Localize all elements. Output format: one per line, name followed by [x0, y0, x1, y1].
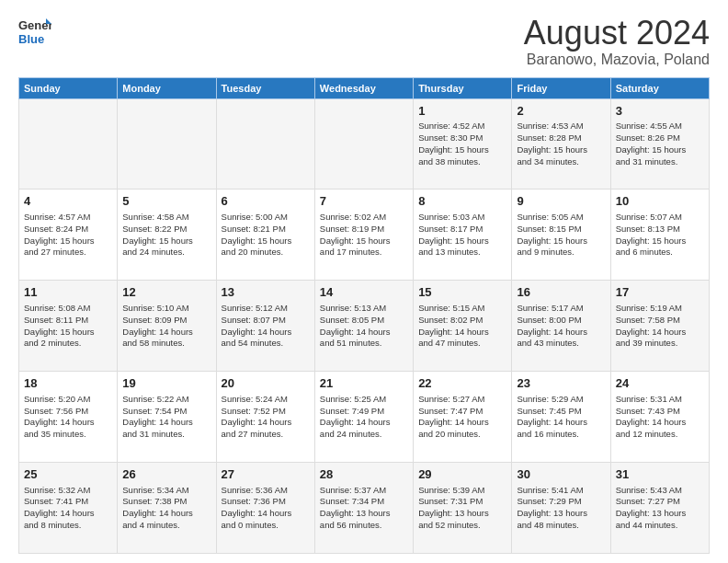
- cell-text: Daylight: 15 hours: [616, 236, 704, 247]
- col-friday: Friday: [512, 77, 610, 98]
- cell-text: Daylight: 13 hours: [616, 508, 704, 520]
- cell-text: Sunrise: 5:03 AM: [418, 212, 506, 224]
- cell-w3d4: 22Sunrise: 5:27 AMSunset: 7:47 PMDayligh…: [414, 372, 512, 463]
- page: General Blue August 2024 Baranowo, Mazov…: [0, 0, 728, 563]
- cell-text: Sunrise: 4:52 AM: [418, 121, 506, 132]
- cell-w1d3: 7Sunrise: 5:02 AMSunset: 8:19 PMDaylight…: [314, 190, 413, 281]
- day-number: 29: [418, 466, 506, 483]
- cell-text: Sunrise: 5:10 AM: [122, 303, 210, 315]
- cell-text: Sunrise: 5:22 AM: [122, 394, 210, 406]
- day-number: 22: [418, 375, 506, 392]
- cell-w1d2: 6Sunrise: 5:00 AMSunset: 8:21 PMDaylight…: [216, 190, 314, 281]
- calendar-body: 1Sunrise: 4:52 AMSunset: 8:30 PMDaylight…: [19, 98, 710, 553]
- cell-text: Daylight: 14 hours: [24, 417, 112, 429]
- day-number: 20: [222, 375, 310, 392]
- cell-w2d5: 16Sunrise: 5:17 AMSunset: 8:00 PMDayligh…: [512, 281, 610, 372]
- cell-w4d2: 27Sunrise: 5:36 AMSunset: 7:36 PMDayligh…: [216, 463, 314, 554]
- cell-text: Daylight: 15 hours: [24, 236, 112, 247]
- cell-text: and 27 minutes.: [24, 247, 112, 259]
- cell-text: Sunset: 7:43 PM: [616, 406, 704, 418]
- cell-text: Sunset: 7:36 PM: [222, 496, 310, 508]
- cell-w4d3: 28Sunrise: 5:37 AMSunset: 7:34 PMDayligh…: [314, 463, 413, 554]
- cell-w2d4: 15Sunrise: 5:15 AMSunset: 8:02 PMDayligh…: [414, 281, 512, 372]
- day-number: 14: [320, 284, 408, 301]
- day-number: 18: [24, 375, 112, 392]
- cell-text: Sunrise: 4:53 AM: [517, 121, 605, 132]
- cell-text: Daylight: 14 hours: [222, 327, 310, 339]
- cell-text: Sunset: 7:38 PM: [122, 496, 210, 508]
- cell-text: Daylight: 15 hours: [222, 236, 310, 247]
- cell-text: and 58 minutes.: [122, 338, 210, 350]
- cell-text: Sunrise: 5:43 AM: [616, 485, 704, 497]
- cell-text: Sunset: 8:19 PM: [320, 224, 408, 236]
- cell-text: and 2 minutes.: [24, 338, 112, 350]
- cell-text: and 34 minutes.: [517, 156, 605, 168]
- cell-text: Sunset: 8:02 PM: [418, 315, 506, 327]
- cell-text: Sunset: 7:58 PM: [616, 315, 704, 327]
- cell-text: Daylight: 15 hours: [122, 236, 210, 247]
- cell-text: Daylight: 13 hours: [517, 508, 605, 520]
- cell-text: Sunrise: 5:02 AM: [320, 212, 408, 224]
- cell-text: Sunrise: 5:13 AM: [320, 303, 408, 315]
- week-row-0: 1Sunrise: 4:52 AMSunset: 8:30 PMDaylight…: [19, 98, 710, 190]
- col-tuesday: Tuesday: [216, 77, 314, 98]
- cell-text: Daylight: 14 hours: [320, 327, 408, 339]
- cell-text: Sunrise: 5:12 AM: [222, 303, 310, 315]
- cell-text: Sunrise: 5:05 AM: [517, 212, 605, 224]
- cell-w3d5: 23Sunrise: 5:29 AMSunset: 7:45 PMDayligh…: [512, 372, 610, 463]
- day-number: 30: [517, 466, 605, 483]
- cell-w0d5: 2Sunrise: 4:53 AMSunset: 8:28 PMDaylight…: [512, 98, 610, 190]
- cell-text: Sunset: 8:17 PM: [418, 224, 506, 236]
- cell-text: Sunrise: 5:19 AM: [616, 303, 704, 315]
- cell-text: Sunrise: 5:29 AM: [517, 394, 605, 406]
- day-number: 13: [222, 284, 310, 301]
- cell-text: and 56 minutes.: [320, 520, 408, 532]
- col-wednesday: Wednesday: [314, 77, 413, 98]
- cell-text: and 51 minutes.: [320, 338, 408, 350]
- cell-w1d4: 8Sunrise: 5:03 AMSunset: 8:17 PMDaylight…: [414, 190, 512, 281]
- day-number: 2: [517, 103, 605, 120]
- logo: General Blue: [18, 15, 51, 48]
- day-number: 17: [616, 284, 704, 301]
- cell-text: Daylight: 14 hours: [616, 417, 704, 429]
- cell-w3d3: 21Sunrise: 5:25 AMSunset: 7:49 PMDayligh…: [314, 372, 413, 463]
- cell-text: and 9 minutes.: [517, 247, 605, 259]
- cell-text: Sunset: 8:13 PM: [616, 224, 704, 236]
- day-number: 11: [24, 284, 112, 301]
- cell-w4d4: 29Sunrise: 5:39 AMSunset: 7:31 PMDayligh…: [414, 463, 512, 554]
- cell-text: Sunset: 7:56 PM: [24, 406, 112, 418]
- cell-w0d1: [118, 98, 216, 190]
- cell-text: and 17 minutes.: [320, 247, 408, 259]
- cell-text: and 4 minutes.: [122, 520, 210, 532]
- cell-text: and 31 minutes.: [616, 156, 704, 168]
- cell-text: Daylight: 14 hours: [517, 327, 605, 339]
- cell-text: Daylight: 15 hours: [517, 144, 605, 156]
- cell-text: Sunset: 7:47 PM: [418, 406, 506, 418]
- cell-w2d6: 17Sunrise: 5:19 AMSunset: 7:58 PMDayligh…: [610, 281, 709, 372]
- cell-text: Sunrise: 5:27 AM: [418, 394, 506, 406]
- cell-text: Sunrise: 5:31 AM: [616, 394, 704, 406]
- cell-text: and 44 minutes.: [616, 520, 704, 532]
- day-number: 25: [24, 466, 112, 483]
- cell-text: Sunrise: 5:00 AM: [222, 212, 310, 224]
- main-title: August 2024: [524, 15, 710, 52]
- cell-w1d5: 9Sunrise: 5:05 AMSunset: 8:15 PMDaylight…: [512, 190, 610, 281]
- col-sunday: Sunday: [19, 77, 118, 98]
- cell-text: Sunset: 7:27 PM: [616, 496, 704, 508]
- cell-text: Daylight: 15 hours: [418, 236, 506, 247]
- cell-w3d2: 20Sunrise: 5:24 AMSunset: 7:52 PMDayligh…: [216, 372, 314, 463]
- title-block: August 2024 Baranowo, Mazovia, Poland: [524, 15, 710, 68]
- cell-text: and 16 minutes.: [517, 429, 605, 441]
- cell-text: Daylight: 14 hours: [24, 508, 112, 520]
- day-number: 10: [616, 193, 704, 210]
- day-number: 23: [517, 375, 605, 392]
- cell-text: Daylight: 13 hours: [418, 508, 506, 520]
- day-number: 27: [222, 466, 310, 483]
- cell-w2d3: 14Sunrise: 5:13 AMSunset: 8:05 PMDayligh…: [314, 281, 413, 372]
- week-row-2: 11Sunrise: 5:08 AMSunset: 8:11 PMDayligh…: [19, 281, 710, 372]
- cell-text: Sunset: 7:49 PM: [320, 406, 408, 418]
- cell-text: Daylight: 15 hours: [418, 144, 506, 156]
- cell-text: and 20 minutes.: [418, 429, 506, 441]
- cell-text: and 13 minutes.: [418, 247, 506, 259]
- day-number: 1: [418, 103, 506, 120]
